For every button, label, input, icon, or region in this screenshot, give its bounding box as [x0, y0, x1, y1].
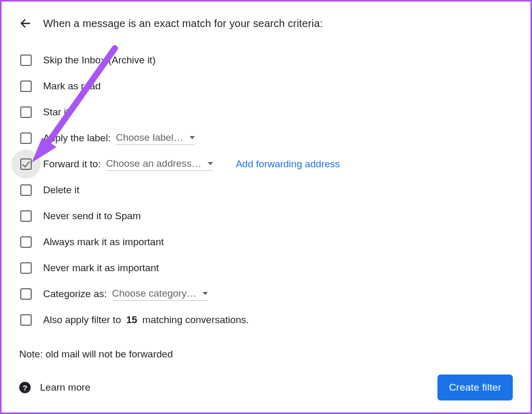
label-also-apply-suffix: matching conversations. — [142, 314, 249, 326]
label-mark-read: Mark as read — [43, 81, 101, 92]
checkbox-apply-label[interactable] — [20, 132, 32, 144]
caret-down-icon — [203, 292, 208, 295]
option-mark-read: Mark as read — [19, 73, 513, 99]
checkbox-mark-read[interactable] — [20, 81, 32, 92]
checkbox-forward-to[interactable] — [20, 158, 32, 170]
checkbox-never-important[interactable] — [20, 262, 32, 274]
option-forward-to: Forward it to: Choose an address… Add fo… — [19, 151, 513, 177]
caret-down-icon — [190, 136, 195, 139]
label-categorize-prefix: Categorize as: — [43, 288, 107, 300]
label-never-important: Never mark it as important — [43, 262, 159, 274]
dialog-footer: ? Learn more Create filter — [19, 375, 513, 400]
checkbox-skip-inbox[interactable] — [20, 55, 32, 66]
dialog-header: When a message is an exact match for you… — [19, 17, 513, 30]
link-learn-more[interactable]: Learn more — [40, 382, 90, 393]
checkbox-categorize[interactable] — [20, 288, 32, 300]
option-always-important: Always mark it as important — [19, 229, 513, 255]
help-icon[interactable]: ? — [19, 382, 31, 393]
option-categorize: Categorize as: Choose category… — [19, 281, 513, 307]
note-old-mail: Note: old mail will not be forwarded — [19, 349, 513, 360]
option-also-apply: Also apply filter to 15 matching convers… — [19, 307, 513, 333]
checkbox-star-it[interactable] — [20, 106, 32, 118]
label-never-spam: Never send it to Spam — [43, 210, 141, 222]
dropdown-choose-label[interactable]: Choose label… — [116, 132, 195, 145]
label-also-apply-count: 15 — [126, 314, 137, 326]
checkbox-also-apply[interactable] — [20, 314, 32, 326]
create-filter-button[interactable]: Create filter — [437, 375, 513, 400]
dropdown-choose-label-text: Choose label… — [116, 132, 183, 143]
dropdown-choose-category-text: Choose category… — [112, 288, 197, 299]
label-always-important: Always mark it as important — [43, 236, 164, 248]
dialog-title: When a message is an exact match for you… — [43, 18, 323, 30]
option-never-spam: Never send it to Spam — [19, 203, 513, 229]
label-apply-label-prefix: Apply the label: — [43, 132, 111, 144]
back-arrow-icon[interactable] — [19, 17, 32, 30]
option-never-important: Never mark it as important — [19, 255, 513, 281]
label-skip-inbox: Skip the Inbox (Archive it) — [43, 55, 155, 66]
link-add-forwarding-address[interactable]: Add forwarding address — [236, 158, 340, 170]
label-star-it: Star it — [43, 106, 69, 118]
checkbox-never-spam[interactable] — [20, 210, 32, 222]
caret-down-icon — [208, 162, 213, 165]
option-apply-label: Apply the label: Choose label… — [19, 125, 513, 151]
dropdown-choose-address[interactable]: Choose an address… — [106, 158, 213, 171]
label-delete-it: Delete it — [43, 184, 79, 196]
option-star-it: Star it — [19, 99, 513, 125]
checkbox-always-important[interactable] — [20, 236, 32, 248]
label-forward-to-prefix: Forward it to: — [43, 158, 101, 170]
checkbox-delete-it[interactable] — [20, 184, 32, 196]
option-delete-it: Delete it — [19, 177, 513, 203]
label-also-apply-prefix: Also apply filter to — [43, 314, 121, 326]
dropdown-choose-category[interactable]: Choose category… — [112, 288, 208, 301]
filter-dialog: When a message is an exact match for you… — [0, 0, 532, 414]
option-skip-inbox: Skip the Inbox (Archive it) — [19, 47, 513, 73]
dropdown-choose-address-text: Choose an address… — [106, 158, 202, 169]
